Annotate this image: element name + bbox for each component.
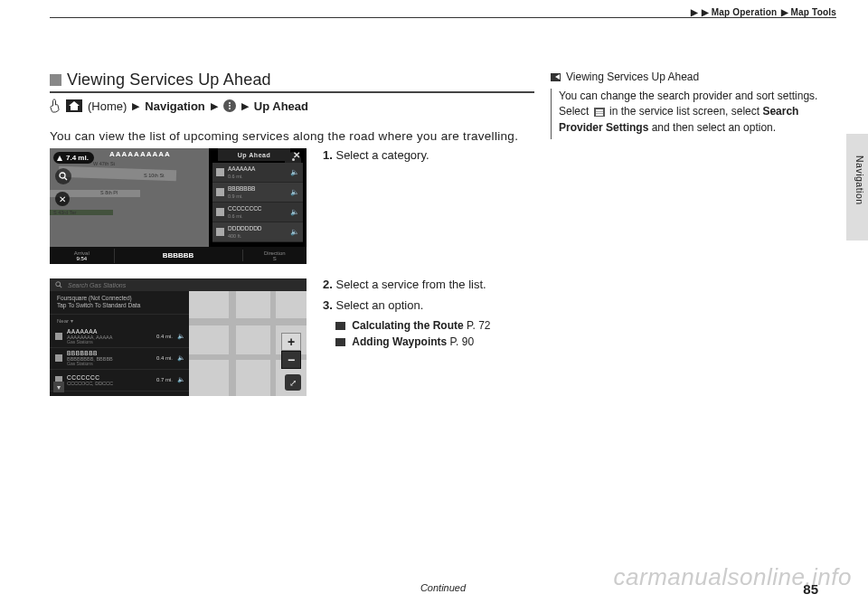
expand-map-icon[interactable]: ⤢ bbox=[285, 374, 301, 391]
screenshot-service-list: Search Gas Stations + − ⤢ bbox=[50, 278, 307, 396]
category-icon bbox=[216, 208, 224, 216]
speaker-icon: 🔈 bbox=[290, 208, 299, 216]
category-item[interactable]: BBBBBBB0.9 mi.🔈 bbox=[212, 183, 303, 203]
xref-icon bbox=[335, 338, 345, 346]
tap-icon bbox=[50, 99, 61, 113]
service-list-item[interactable]: CCCCCCCCCCCOCC, DDCCC0.7 mi.🔈 bbox=[50, 370, 189, 391]
path-home-label: (Home) bbox=[88, 99, 127, 113]
search-bar[interactable]: Search Gas Stations bbox=[50, 278, 307, 291]
service-list-item[interactable]: AAAAAAAAAAAAAAA, AAAAAGas Stations0.4 mi… bbox=[50, 326, 189, 348]
header-divider bbox=[50, 17, 836, 18]
map-view[interactable]: + − ⤢ bbox=[189, 291, 307, 396]
category-item[interactable]: CCCCCCCC0.6 mi.🔈 bbox=[212, 203, 303, 222]
intro-paragraph: You can view the list of upcoming servic… bbox=[50, 129, 534, 143]
close-panel-icon[interactable]: ✕ bbox=[293, 150, 303, 160]
note-body: You can change the search provider and s… bbox=[551, 89, 836, 139]
search-icon bbox=[55, 281, 62, 288]
xref-icon bbox=[335, 322, 345, 330]
svg-line-1 bbox=[64, 177, 67, 180]
svg-point-2 bbox=[56, 282, 61, 287]
chevron-right-icon: ▶ bbox=[211, 100, 218, 112]
step-3: 3. Select an option. bbox=[323, 298, 534, 312]
destination-label: AAAAAAAAAA bbox=[109, 150, 171, 158]
zoom-in-button[interactable]: + bbox=[281, 333, 301, 351]
chevron-right-icon: ▶ bbox=[132, 100, 139, 112]
home-icon bbox=[66, 99, 82, 112]
svg-line-3 bbox=[60, 286, 61, 288]
service-list-item[interactable]: BBBBBBBBBBBBBBB, BBBBBGas Stations0.4 mi… bbox=[50, 348, 189, 370]
street-label: W 47th St bbox=[93, 161, 115, 166]
category-icon bbox=[216, 188, 224, 196]
section-tab-label: Navigation bbox=[854, 156, 865, 205]
svg-point-0 bbox=[60, 173, 65, 178]
section-heading: Viewing Services Up Ahead bbox=[50, 71, 534, 93]
step-2: 2. Select a service from the list. bbox=[323, 278, 534, 291]
zoom-controls: + − bbox=[281, 333, 301, 369]
menu-handle-icon[interactable]: ▾ bbox=[53, 382, 64, 392]
street-label: S 8th Pl bbox=[100, 190, 118, 195]
near-label: Near ▾ bbox=[50, 315, 189, 326]
zoom-out-button[interactable]: − bbox=[281, 351, 301, 369]
path-up-ahead: Up Ahead bbox=[254, 99, 308, 113]
cross-reference: Adding Waypoints P. 90 bbox=[335, 335, 534, 348]
street-label: S 10th St bbox=[144, 173, 165, 178]
note-heading: Viewing Services Up Ahead bbox=[551, 71, 836, 83]
navigation-path: (Home) ▶ Navigation ▶ ▶ Up Ahead bbox=[50, 99, 534, 113]
screenshot-map-categories: W 47th St S 10th St S 8th Pl S 43rd Ter … bbox=[50, 148, 307, 264]
path-navigation: Navigation bbox=[145, 99, 204, 113]
speaker-icon: 🔈 bbox=[290, 228, 299, 236]
category-icon bbox=[216, 168, 224, 176]
speaker-icon[interactable]: 🔈 bbox=[177, 333, 185, 340]
provider-notice[interactable]: Foursquare (Not Connected)Tap To Switch … bbox=[50, 291, 189, 315]
menu-icon bbox=[594, 108, 605, 117]
breadcrumb: ▶▶Map Operation ▶Map Tools bbox=[50, 7, 836, 17]
chevron-right-icon: ▶ bbox=[241, 100, 249, 112]
cross-reference: Calculating the Route P. 72 bbox=[335, 319, 534, 332]
close-icon[interactable]: ✕ bbox=[55, 192, 70, 206]
category-item[interactable]: AAAAAAA0.6 mi.🔈 bbox=[212, 163, 303, 183]
footer: Continued bbox=[50, 582, 836, 593]
page-number: 85 bbox=[803, 581, 818, 597]
street-label: S 43rd Ter bbox=[53, 210, 76, 215]
speaker-icon: 🔈 bbox=[290, 168, 299, 176]
category-icon bbox=[216, 228, 224, 236]
speaker-icon: 🔈 bbox=[290, 188, 299, 196]
arrow-up-icon bbox=[57, 156, 62, 161]
poi-icon bbox=[55, 333, 62, 340]
category-list: AAAAAAA0.6 mi.🔈 BBBBBBB0.9 mi.🔈 CCCCCCCC… bbox=[212, 163, 303, 242]
note-icon bbox=[551, 73, 561, 81]
speaker-icon[interactable]: 🔈 bbox=[177, 376, 185, 383]
search-icon[interactable] bbox=[55, 168, 71, 184]
heading-square-icon bbox=[50, 74, 61, 86]
panel-header: Up Ahead bbox=[218, 148, 290, 161]
distance-pill[interactable]: 7.4 mi. bbox=[53, 152, 94, 164]
poi-icon bbox=[55, 354, 62, 362]
category-item[interactable]: DDDDDDDD400 ft.🔈 bbox=[212, 222, 303, 242]
step-1: 1. Select a category. bbox=[323, 148, 534, 162]
status-bar: Arrival9:54 BBBBBB DirectionS bbox=[50, 247, 307, 264]
more-options-icon bbox=[223, 99, 236, 112]
speaker-icon[interactable]: 🔈 bbox=[177, 354, 185, 362]
